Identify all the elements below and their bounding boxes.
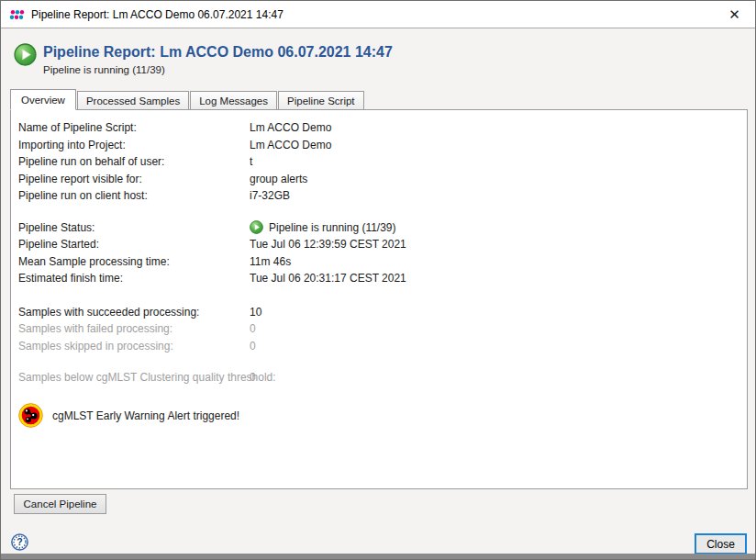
field-value: Tue Jul 06 20:31:17 CEST 2021: [250, 272, 406, 285]
field-label: Pipeline run on client host:: [18, 189, 250, 202]
status-row: Pipeline Started: Tue Jul 06 12:39:59 CE…: [18, 236, 739, 253]
field-value: Lm ACCO Demo: [250, 139, 331, 151]
field-value: Tue Jul 06 12:39:59 CEST 2021: [250, 238, 406, 251]
field-label: Pipeline run on behalf of user:: [18, 155, 250, 168]
info-row: Pipeline run on client host: i7-32GB: [18, 187, 739, 205]
status-row: Pipeline Status: Pipeline is running (11…: [18, 219, 739, 237]
cgmlst-alert-icon: [18, 403, 43, 428]
field-value: 0: [250, 371, 256, 384]
field-label: Samples with succeeded processing:: [18, 306, 250, 319]
close-button[interactable]: Close: [695, 533, 747, 554]
pipeline-report-dialog: Pipeline Report: Lm ACCO Demo 06.07.2021…: [0, 0, 756, 560]
status-row: Estimated finish time: Tue Jul 06 20:31:…: [18, 270, 739, 287]
alert-text: cgMLST Early Warning Alert triggered!: [52, 409, 239, 422]
tab-log-messages[interactable]: Log Messages: [190, 91, 277, 110]
sample-count-row: Samples with failed processing: 0: [18, 320, 739, 338]
tab-strip: Overview Processed Samples Log Messages …: [10, 89, 365, 110]
page-title: Pipeline Report: Lm ACCO Demo 06.07.2021…: [43, 44, 393, 61]
svg-text:?: ?: [17, 536, 22, 547]
sample-count-row: Samples skipped in processing: 0: [18, 338, 739, 355]
field-value: 10: [250, 306, 261, 319]
window-bottom-edge: [1, 554, 755, 559]
sample-count-row: Samples with succeeded processing: 10: [18, 304, 739, 321]
field-value: Lm ACCO Demo: [250, 121, 331, 134]
pipeline-status-subtitle: Pipeline is running (11/39): [43, 64, 165, 75]
threshold-row: Samples below cgMLST Clustering quality …: [18, 369, 739, 386]
info-row: Pipeline report visible for: group alert…: [18, 171, 739, 188]
play-icon: [250, 220, 263, 234]
field-label: Mean Sample processing time:: [18, 255, 250, 268]
field-value: 0: [250, 322, 256, 335]
field-label: Pipeline Status:: [18, 221, 250, 234]
info-row: Name of Pipeline Script: Lm ACCO Demo: [18, 119, 739, 137]
field-value: 11m 46s: [250, 255, 291, 268]
field-label: Samples with failed processing:: [18, 322, 250, 335]
alert-row: cgMLST Early Warning Alert triggered!: [18, 403, 739, 429]
status-row: Mean Sample processing time: 11m 46s: [18, 253, 739, 271]
field-label: Estimated finish time:: [18, 272, 250, 285]
app-icon: [9, 7, 25, 22]
close-icon: ✕: [728, 6, 740, 23]
window-close-button[interactable]: ✕: [714, 1, 755, 28]
field-value: i7-32GB: [250, 189, 290, 202]
field-label: Name of Pipeline Script:: [18, 121, 250, 134]
help-icon[interactable]: ?: [11, 533, 28, 551]
window-title: Pipeline Report: Lm ACCO Demo 06.07.2021…: [31, 8, 714, 21]
field-value: Pipeline is running (11/39): [250, 220, 396, 234]
tab-processed-samples[interactable]: Processed Samples: [77, 91, 189, 110]
field-value: group alerts: [250, 173, 307, 185]
field-value: t: [250, 155, 252, 168]
field-value: 0: [250, 340, 256, 353]
field-label: Importing into Project:: [18, 139, 250, 151]
info-row: Importing into Project: Lm ACCO Demo: [18, 137, 739, 154]
info-row: Pipeline run on behalf of user: t: [18, 153, 739, 171]
window-titlebar: Pipeline Report: Lm ACCO Demo 06.07.2021…: [1, 1, 755, 28]
field-label: Samples skipped in processing:: [18, 340, 250, 353]
overview-panel: Name of Pipeline Script: Lm ACCO Demo Im…: [10, 109, 748, 489]
cancel-pipeline-button[interactable]: Cancel Pipeline: [14, 494, 106, 514]
status-text: Pipeline is running (11/39): [269, 221, 396, 234]
field-label: Pipeline report visible for:: [18, 173, 250, 185]
pipeline-play-icon: [14, 43, 37, 66]
field-label: Samples below cgMLST Clustering quality …: [18, 371, 250, 384]
tab-pipeline-script[interactable]: Pipeline Script: [278, 91, 364, 110]
field-label: Pipeline Started:: [18, 238, 250, 251]
tab-overview[interactable]: Overview: [10, 89, 76, 110]
